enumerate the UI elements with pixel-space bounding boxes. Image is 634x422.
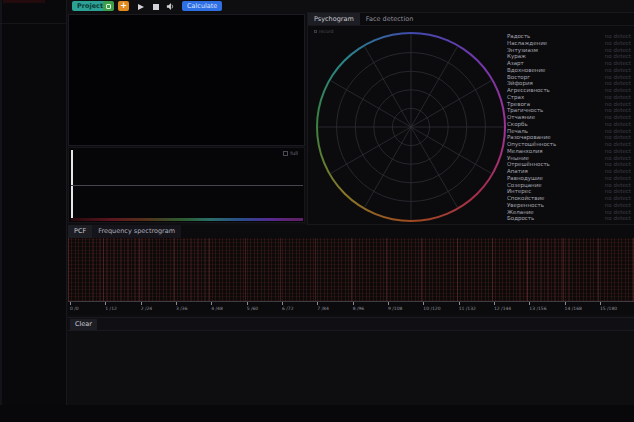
tick-label: 11 /132 <box>459 306 476 311</box>
emotion-name: Опустошённость <box>507 141 556 148</box>
emotion-row: Разочарованиеno detect <box>507 134 631 141</box>
add-project-button[interactable] <box>103 1 114 11</box>
emotion-row: Отчаяниеno detect <box>507 114 631 121</box>
emotion-name: Азарт <box>507 60 524 67</box>
play-icon <box>138 4 144 10</box>
emotion-row: Тревогаno detect <box>507 101 631 108</box>
time-tick: 10 /120 <box>423 302 440 311</box>
emotion-name: Кураж <box>507 53 526 60</box>
emotion-name: Энтузиазм <box>507 47 538 54</box>
emotion-value: no detect <box>605 87 631 94</box>
time-tick: 5 /60 <box>247 302 259 311</box>
emotion-value: no detect <box>605 107 631 114</box>
emotion-row: Вдохновениеno detect <box>507 67 631 74</box>
psychogram-chart <box>316 32 506 222</box>
time-tick: 11 /132 <box>459 302 476 311</box>
waveform-color-scale <box>71 218 303 221</box>
emotion-value: no detect <box>605 141 631 148</box>
emotion-name: Желание <box>507 209 534 216</box>
tick-label: 8 /96 <box>353 306 365 311</box>
tick-mark <box>105 302 106 305</box>
emotion-value: no detect <box>605 74 631 81</box>
emotion-row: Уверенностьno detect <box>507 202 631 209</box>
tick-label: 13 /156 <box>529 306 546 311</box>
emotion-name: Уверенность <box>507 202 544 209</box>
spectrogram-grid <box>68 238 634 301</box>
spectrogram-panel: PCF Frequency spectrogram 0 /01 /122 /24… <box>68 225 634 315</box>
emotion-value: no detect <box>605 155 631 162</box>
emotion-row: Желаниеno detect <box>507 209 631 216</box>
full-checkbox[interactable] <box>283 151 288 156</box>
time-tick: 3 /36 <box>176 302 188 311</box>
emotion-name: Спокойствие <box>507 195 545 202</box>
tick-mark <box>141 302 142 305</box>
results-toolbar: Clear <box>68 317 634 331</box>
emotion-value: no detect <box>605 209 631 216</box>
emotion-row: Трагичностьno detect <box>507 107 631 114</box>
tab-frequency-spectrogram[interactable]: Frequency spectrogram <box>92 225 181 238</box>
emotion-name: Печаль <box>507 128 528 135</box>
import-button[interactable]: + <box>118 1 129 11</box>
emotion-name: Созерцание <box>507 182 542 189</box>
tick-mark <box>600 302 601 305</box>
emotion-name: Радость <box>507 33 530 40</box>
emotion-row: Меланхолияno detect <box>507 148 631 155</box>
time-tick: 6 /72 <box>282 302 294 311</box>
emotion-value: no detect <box>605 94 631 101</box>
tick-label: 2 /24 <box>141 306 153 311</box>
stop-button[interactable] <box>151 2 161 11</box>
tick-label: 9 /108 <box>388 306 402 311</box>
tab-face-detection[interactable]: Face detection <box>360 13 419 25</box>
time-tick: 8 /96 <box>353 302 365 311</box>
clear-button[interactable]: Clear <box>70 319 97 330</box>
emotion-value: no detect <box>605 195 631 202</box>
tick-label: 3 /36 <box>176 306 188 311</box>
full-toggle[interactable]: full <box>283 150 298 156</box>
emotion-name: Агрессивность <box>507 87 550 94</box>
emotion-value: no detect <box>605 60 631 67</box>
time-tick: 7 /84 <box>317 302 329 311</box>
emotion-value: no detect <box>605 114 631 121</box>
tab-psychogram[interactable]: Psychogram <box>308 13 360 25</box>
emotion-value: no detect <box>605 188 631 195</box>
emotion-name: Отчаяние <box>507 114 535 121</box>
emotion-name: Разочарование <box>507 134 551 141</box>
emotion-value: no detect <box>605 47 631 54</box>
emotion-row: Созерцаниеno detect <box>507 182 631 189</box>
emotion-name: Скорбь <box>507 121 528 128</box>
volume-button[interactable] <box>165 2 175 11</box>
tick-label: 6 /72 <box>282 306 294 311</box>
emotion-value: no detect <box>605 215 631 222</box>
tick-mark <box>70 302 71 305</box>
tick-mark <box>176 302 177 305</box>
play-button[interactable] <box>136 2 146 11</box>
emotion-row: Интересno detect <box>507 188 631 195</box>
waveform-panel[interactable]: full <box>68 147 305 223</box>
emotion-name: Тревога <box>507 101 530 108</box>
tab-pcf[interactable]: PCF <box>68 225 92 238</box>
time-tick: 14 /168 <box>565 302 582 311</box>
tick-mark <box>317 302 318 305</box>
emotion-value: no detect <box>605 128 631 135</box>
emotion-row: Печальno detect <box>507 128 631 135</box>
tick-mark <box>565 302 566 305</box>
calculate-button[interactable]: Calculate <box>182 1 222 11</box>
time-tick: 2 /24 <box>141 302 153 311</box>
emotion-name: Бодрость <box>507 215 534 222</box>
emotion-value: no detect <box>605 168 631 175</box>
emotion-name: Меланхолия <box>507 148 543 155</box>
status-strip <box>0 405 634 422</box>
emotion-row: Радостьno detect <box>507 33 631 40</box>
tick-mark <box>459 302 460 305</box>
emotion-row: Эйфорияno detect <box>507 80 631 87</box>
tick-mark <box>423 302 424 305</box>
spectrogram-tabs: PCF Frequency spectrogram <box>68 225 634 239</box>
emotion-name: Страх <box>507 94 524 101</box>
tick-mark <box>353 302 354 305</box>
emotion-value: no detect <box>605 101 631 108</box>
tick-label: 5 /60 <box>247 306 259 311</box>
tick-mark <box>388 302 389 305</box>
tick-mark <box>494 302 495 305</box>
emotion-name: Наслаждение <box>507 40 547 47</box>
stop-icon <box>153 4 159 10</box>
